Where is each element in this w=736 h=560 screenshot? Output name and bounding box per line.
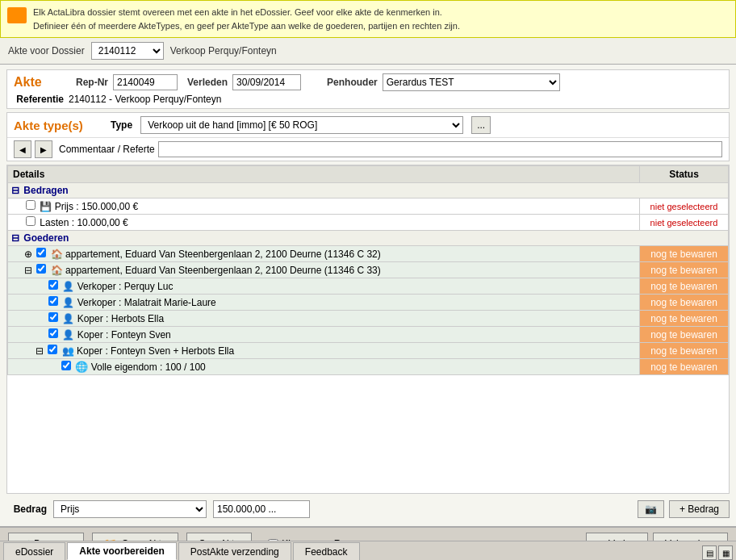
cb-koper-fonteyn[interactable] [48,328,58,338]
info-banner: Elk ActaLibra dossier stemt overeen met … [0,0,736,38]
earth-icon: 🌐 [75,361,88,373]
cb-lasten[interactable] [26,216,36,226]
volle-eigendom-text: Volle eigendom : 100 / 100 [91,361,206,373]
row-koper-herbots: 👤 Koper : Herbots Ella nog te bewaren [8,311,729,327]
row-lasten: Lasten : 10.000,00 € niet geselecteerd [8,215,729,231]
type-select[interactable]: Verkoop uit de hand [immo] [€ 50 ROG] [140,116,463,134]
col-details: Details [8,166,640,183]
apt-c33-status: nog te bewaren [640,262,729,278]
person-icon-4: 👤 [62,329,74,341]
penhouder-label: Penhouder [327,77,378,88]
col-status: Status [640,166,729,183]
house-icon-c33: 🏠 [51,265,63,276]
expand-bedragen[interactable]: ⊟ [11,185,19,196]
disk-icon: 💾 [40,201,52,212]
verleden-label: Verleden [187,77,228,88]
add-bedrag-label: + Bedrag [680,504,719,515]
tab-edossier-label: eDossier [15,546,53,558]
person-icon-3: 👤 [62,313,74,324]
koper-herbots-text: Koper : Herbots Ella [77,313,164,324]
lasten-status: niet geselecteerd [650,218,718,228]
cb-volle-eigendom[interactable] [61,361,71,370]
expand-koper-combined[interactable]: ⊟ [36,345,44,357]
person-icon-2: 👤 [62,297,74,308]
apt-c33-text: appartement, Eduard Van Steenbergenlaan … [65,265,381,276]
person-icon-1: 👤 [62,281,74,292]
verleden-input[interactable] [232,74,301,90]
verkoper-malatrait-text: Verkoper : Malatrait Marie-Laure [77,297,216,308]
cb-apt-c32[interactable] [36,248,46,257]
cb-koper-combined[interactable] [48,345,57,354]
cb-verkoper-malatrait[interactable] [48,296,58,306]
cb-prijs[interactable] [26,200,36,210]
verkoper-perquy-status: nog te bewaren [640,278,729,295]
commentaar-label: Commentaar / Referte [59,144,155,155]
tab-feedback[interactable]: Feedback [293,542,360,560]
lasten-text: Lasten : 10.000,00 € [40,217,128,228]
penhouder-select[interactable]: Gerardus TEST [383,73,560,91]
row-volle-eigendom: 🌐 Volle eigendom : 100 / 100 nog te bewa… [8,359,729,375]
koper-combined-text: Koper : Fonteyn Sven + Herbots Ella [77,345,234,357]
bedrag-amount[interactable] [213,500,310,518]
prijs-text: Prijs : 150.000,00 € [55,201,138,212]
koper-combined-status: nog te bewaren [640,343,729,359]
koper-fonteyn-text: Koper : Fonteyn Sven [77,329,171,341]
house-icon-c32: 🏠 [51,249,63,260]
volle-eigendom-status: nog te bewaren [640,359,729,375]
section-bedragen: ⊟ Bedragen [8,183,729,199]
tab-akte-voorbereiden-label: Akte voorbereiden [79,545,164,557]
akte-type-title: Akte type(s) [14,119,102,132]
rep-nr-input[interactable]: 2140049 [113,74,178,90]
referentie-value: 2140112 - Verkoop Perquy/Fonteyn [69,94,221,105]
view-btn-1[interactable]: ▤ [702,545,717,560]
info-line2: Definieer één of meerdere AkteTypes, en … [33,19,460,33]
dossier-bar: Akte voor Dossier 2140112 Verkoop Perquy… [0,38,736,65]
info-line1: Elk ActaLibra dossier stemt overeen met … [33,6,460,19]
section-bedragen-label: Bedragen [23,185,68,196]
bedrag-select[interactable]: Prijs [53,500,207,518]
koper-fonteyn-status: nog te bewaren [640,327,729,343]
type-extra-button[interactable]: ... [471,116,491,134]
dossier-name: Verkoop Perquy/Fonteyn [170,45,277,56]
apt-c32-status: nog te bewaren [640,246,729,262]
akte-title: Akte [14,75,58,90]
add-bedrag-button[interactable]: + Bedrag [669,500,730,518]
cb-apt-c33[interactable] [36,264,46,274]
cb-verkoper-perquy[interactable] [48,280,58,290]
view-btn-2[interactable]: ▦ [718,545,733,560]
expand-apt-c32[interactable]: ⊕ [24,249,32,260]
section-goederen: ⊟ Goederen [8,231,729,246]
expand-apt-c33[interactable]: ⊟ [24,265,32,276]
commentaar-input[interactable] [158,141,722,157]
cb-koper-herbots[interactable] [48,312,58,322]
row-prijs: 💾 Prijs : 150.000,00 € niet geselecteerd [8,199,729,215]
tab-akte-voorbereiden[interactable]: Akte voorbereiden [67,542,176,560]
tab-postakte-label: PostAkte verzending [190,546,279,558]
row-verkoper-malatrait: 👤 Verkoper : Malatrait Marie-Laure nog t… [8,295,729,311]
bedrag-camera-button[interactable]: 📷 [638,500,664,518]
tab-postakte[interactable]: PostAkte verzending [178,542,291,560]
type-label: Type [111,119,132,131]
apt-c32-text: appartement, Eduard Van Steenbergenlaan … [65,249,381,260]
prijs-status: niet geselecteerd [650,202,718,211]
tab-bar: eDossier Akte voorbereiden PostAkte verz… [0,541,736,560]
tab-edossier[interactable]: eDossier [3,542,65,560]
verkoper-malatrait-status: nog te bewaren [640,295,729,311]
dossier-label: Akte voor Dossier [8,45,85,56]
nav-forward-button[interactable]: ▶ [35,140,52,158]
verkoper-perquy-text: Verkoper : Perquy Luc [77,281,174,292]
expand-goederen[interactable]: ⊟ [11,232,19,244]
row-verkoper-perquy: 👤 Verkoper : Perquy Luc nog te bewaren [8,278,729,295]
bedrag-label: Bedrag [6,504,47,515]
row-koper-fonteyn: 👤 Koper : Fonteyn Sven nog te bewaren [8,327,729,343]
row-apt-c33: ⊟ 🏠 appartement, Eduard Van Steenbergenl… [8,262,729,278]
referentie-label: Referentie [14,94,64,105]
nav-back-button[interactable]: ◀ [14,140,31,158]
tab-feedback-label: Feedback [305,546,348,558]
row-koper-combined: ⊟ 👥 Koper : Fonteyn Sven + Herbots Ella … [8,343,729,359]
rep-nr-label: Rep-Nr [76,77,108,88]
koper-herbots-status: nog te bewaren [640,311,729,327]
dossier-select[interactable]: 2140112 [91,42,164,60]
persons-icon: 👥 [62,345,74,357]
row-apt-c32: ⊕ 🏠 appartement, Eduard Van Steenbergenl… [8,246,729,262]
